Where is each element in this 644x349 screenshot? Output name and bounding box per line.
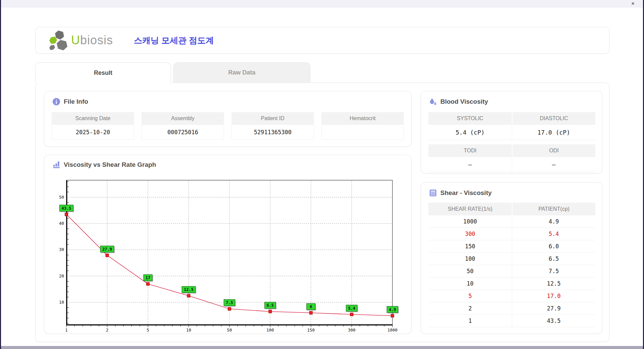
- svg-text:12.5: 12.5: [184, 287, 194, 292]
- shear-rate-cell: 10: [428, 278, 512, 290]
- bv-header-cell: SYSTOLIC: [428, 112, 512, 125]
- table-row: 517.0: [428, 290, 595, 302]
- header-card: Ubiosis 스캐닝 모세관 점도계: [35, 27, 609, 54]
- field-value: 2025-10-20: [52, 125, 134, 140]
- shear-rate-cell: 300: [428, 228, 512, 240]
- graph-title: Viscosity vs Shear Rate Graph: [64, 161, 156, 168]
- table-row: 1012.5: [428, 278, 595, 290]
- sv-header-row: SHEAR RATE(1/s)PATIENT(cp): [428, 203, 595, 215]
- svg-text:150: 150: [307, 328, 315, 333]
- tab-result[interactable]: Result: [35, 62, 171, 83]
- file-info-field: Hematocrit: [321, 112, 404, 140]
- svg-text:6: 6: [310, 304, 312, 309]
- shear-rate-cell: 5: [428, 290, 512, 302]
- field-value: 52911365300: [231, 125, 314, 140]
- svg-text:10: 10: [186, 328, 191, 333]
- patient-cp-cell: 43.5: [512, 315, 595, 327]
- file-info-card: File Info Scanning Date2025-10-20Assembl…: [44, 91, 412, 147]
- graph-card: Viscosity vs Shear Rate Graph 1251050100…: [44, 155, 412, 334]
- blood-viscosity-table: SYSTOLICDIASTOLIC5.4 (cP)17.0 (cP)TODIOD…: [428, 112, 595, 172]
- svg-text:6.5: 6.5: [267, 303, 274, 308]
- droplets-icon: [429, 98, 437, 106]
- svg-text:17: 17: [146, 276, 150, 280]
- sv-header-cell: PATIENT(cp): [512, 203, 595, 215]
- shear-rate-cell: 2: [428, 302, 512, 315]
- window-titlebar: ×: [0, 0, 644, 7]
- file-info-field: Scanning Date2025-10-20: [52, 112, 134, 140]
- shear-rate-cell: 150: [428, 240, 512, 253]
- svg-text:30: 30: [59, 247, 64, 252]
- shear-rate-cell: 1000: [428, 215, 512, 228]
- table-row: 1506.0: [428, 240, 595, 253]
- svg-text:100: 100: [266, 328, 274, 333]
- shear-viscosity-table: SHEAR RATE(1/s)PATIENT(cp)10004.93005.41…: [428, 203, 595, 327]
- field-label: Hematocrit: [321, 112, 404, 125]
- svg-text:20: 20: [59, 273, 64, 279]
- brand-name: Ubiosis: [71, 33, 113, 47]
- table-row: 143.5: [428, 315, 595, 327]
- svg-text:27.9: 27.9: [102, 247, 112, 252]
- brand-logo: Ubiosis: [48, 30, 113, 51]
- bv-value-row: 5.4 (cP)17.0 (cP): [428, 125, 595, 140]
- patient-cp-cell: 12.5: [512, 278, 595, 290]
- svg-text:4.9: 4.9: [389, 307, 396, 312]
- hexagon-logo-icon: [48, 30, 69, 51]
- bv-value-cell: –: [512, 157, 595, 172]
- field-label: Assembly: [142, 112, 224, 125]
- svg-text:2: 2: [106, 328, 109, 333]
- bv-value-cell: –: [428, 157, 512, 172]
- svg-text:7.5: 7.5: [226, 300, 233, 305]
- file-info-title: File Info: [64, 98, 88, 105]
- tab-raw-data[interactable]: Raw Data: [173, 62, 310, 83]
- info-icon: [52, 98, 60, 106]
- bv-header-row: TODIODI: [428, 144, 595, 157]
- bv-header-cell: DIASTOLIC: [512, 112, 595, 125]
- bv-header-cell: ODI: [512, 144, 595, 157]
- svg-text:5: 5: [147, 328, 149, 333]
- field-label: Scanning Date: [52, 112, 134, 125]
- result-panel: File Info Scanning Date2025-10-20Assembl…: [35, 83, 609, 342]
- table-row: 507.5: [428, 265, 595, 278]
- blood-viscosity-title: Blood Viscosity: [440, 98, 488, 105]
- shear-rate-cell: 100: [428, 253, 512, 265]
- patient-cp-cell: 6.0: [512, 240, 595, 253]
- patient-cp-cell: 6.5: [512, 253, 595, 265]
- svg-text:50: 50: [227, 328, 232, 333]
- close-icon[interactable]: ×: [629, 0, 637, 7]
- file-info-fields: Scanning Date2025-10-20Assembly000725016…: [52, 112, 405, 140]
- blood-viscosity-card: Blood Viscosity SYSTOLICDIASTOLIC5.4 (cP…: [421, 91, 602, 173]
- bv-value-cell: 5.4 (cP): [428, 125, 512, 140]
- viscosity-chart: 12510501001503001000102030405043.527.917…: [47, 175, 409, 333]
- patient-cp-cell: 17.0: [512, 290, 595, 302]
- svg-text:300: 300: [348, 328, 356, 333]
- bv-value-cell: 17.0 (cP): [512, 125, 595, 140]
- table-row: 1006.5: [428, 253, 595, 265]
- table-row: 3005.4: [428, 228, 595, 240]
- svg-text:40: 40: [59, 221, 64, 226]
- field-label: Patient ID: [231, 112, 314, 125]
- shear-viscosity-title: Shear - Viscosity: [440, 189, 492, 197]
- shear-viscosity-card: Shear - Viscosity SHEAR RATE(1/s)PATIENT…: [421, 182, 602, 334]
- patient-cp-cell: 27.9: [512, 302, 595, 315]
- svg-text:10: 10: [59, 300, 64, 305]
- svg-text:1: 1: [65, 328, 68, 333]
- file-info-field: Patient ID52911365300: [231, 112, 314, 140]
- svg-text:5.4: 5.4: [348, 306, 356, 311]
- table-row: 10004.9: [428, 215, 595, 228]
- file-info-field: Assembly000725016: [142, 112, 224, 140]
- brand-rest: biosis: [80, 33, 113, 47]
- bv-header-row: SYSTOLICDIASTOLIC: [428, 112, 595, 125]
- patient-cp-cell: 5.4: [512, 228, 595, 240]
- svg-text:50: 50: [59, 195, 64, 200]
- field-value: 000725016: [142, 125, 224, 140]
- shear-rate-cell: 50: [428, 265, 512, 278]
- patient-cp-cell: 7.5: [512, 265, 595, 278]
- tab-bar: ResultRaw Data: [35, 62, 310, 83]
- patient-cp-cell: 4.9: [512, 215, 595, 228]
- svg-text:1000: 1000: [387, 328, 397, 333]
- bv-header-cell: TODI: [428, 144, 512, 157]
- table-grid-icon: [429, 189, 437, 197]
- window-bottom-bar: [0, 346, 644, 349]
- bv-value-row: ––: [428, 157, 595, 172]
- window-left-edge: [0, 0, 1, 349]
